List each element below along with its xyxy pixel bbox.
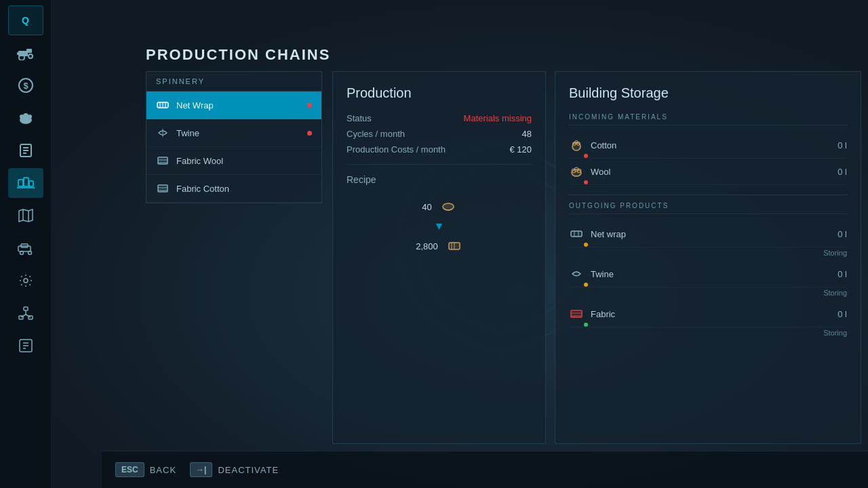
fabric-sub: Storing — [569, 327, 847, 341]
chain-alert-net-wrap — [307, 103, 312, 108]
storage-title: Building Storage — [569, 85, 847, 101]
recipe-input-icon — [440, 199, 456, 215]
svg-text:$: $ — [23, 81, 28, 91]
bottom-bar: ESC BACK →| DEACTIVATE — [102, 451, 868, 488]
chains-panel: SPINNERY Net Wrap Twine Fabric Wool — [146, 71, 322, 203]
cycles-label: Cycles / month — [347, 129, 405, 139]
recipe-title: Recipe — [347, 174, 532, 185]
sidebar-icon-q[interactable]: Q — [8, 5, 43, 35]
svg-marker-19 — [19, 209, 33, 222]
recipe-input: 40 — [422, 199, 456, 215]
sidebar-icon-info[interactable] — [8, 331, 43, 361]
esc-key-badge: ESC — [115, 462, 144, 477]
sidebar-icon-finance[interactable]: $ — [8, 70, 43, 100]
status-value: Materials missing — [464, 113, 532, 123]
chain-label-fabric-wool: Fabric Wool — [176, 156, 312, 166]
svg-rect-15 — [18, 180, 23, 186]
cycles-row: Cycles / month 48 — [347, 129, 532, 139]
costs-row: Production Costs / month € 120 — [347, 144, 532, 155]
svg-rect-4 — [17, 52, 20, 55]
svg-rect-17 — [29, 181, 33, 186]
twine-sub: Storing — [569, 287, 847, 301]
sidebar-icon-map[interactable] — [8, 201, 43, 230]
recipe-area: 40 ▼ 2,800 — [347, 199, 532, 254]
recipe-input-amount: 40 — [422, 202, 431, 212]
net-wrap-icon — [156, 98, 170, 112]
cotton-amount: 0 l — [837, 140, 847, 150]
recipe-output-icon — [446, 238, 462, 254]
twine-icon — [156, 126, 170, 140]
chains-header: SPINNERY — [146, 72, 321, 92]
sidebar-icon-production[interactable] — [8, 168, 43, 198]
svg-point-2 — [28, 54, 33, 58]
storage-fabric-label: Fabric — [591, 309, 831, 319]
sidebar-icon-network[interactable] — [8, 298, 43, 328]
cotton-icon — [569, 138, 584, 152]
svg-point-26 — [24, 279, 28, 283]
wool-icon — [569, 164, 584, 179]
svg-point-59 — [574, 167, 578, 171]
deactivate-label: DEACTIVATE — [218, 465, 279, 475]
sidebar: Q $ — [0, 0, 51, 488]
svg-point-8 — [20, 115, 24, 119]
deactivate-button[interactable]: →| DEACTIVATE — [190, 462, 279, 477]
svg-point-9 — [28, 115, 32, 119]
outgoing-header: OUTGOING PRODUCTS — [569, 202, 847, 214]
chain-alert-twine — [307, 131, 312, 136]
svg-rect-22 — [18, 246, 31, 251]
page-title: PRODUCTION CHAINS — [146, 46, 330, 64]
chain-label-fabric-cotton: Fabric Cotton — [176, 184, 312, 194]
sidebar-icon-animals[interactable] — [8, 103, 43, 133]
chain-item-twine[interactable]: Twine — [146, 119, 321, 147]
sidebar-icon-book[interactable] — [8, 136, 43, 165]
svg-rect-16 — [24, 178, 28, 186]
back-label: BACK — [150, 465, 176, 475]
storage-twine-label: Twine — [591, 269, 831, 279]
sidebar-icon-settings[interactable] — [8, 266, 43, 296]
storage-panel: Building Storage INCOMING MATERIALS Cott… — [555, 71, 861, 444]
sidebar-icon-vehicles[interactable] — [8, 233, 43, 263]
divider-2 — [569, 195, 847, 195]
svg-point-10 — [23, 113, 28, 119]
chain-label-twine: Twine — [176, 128, 300, 138]
storage-fabric-icon — [569, 306, 584, 321]
wool-status-dot — [584, 180, 588, 184]
storage-twine-amount: 0 l — [837, 269, 847, 279]
storage-twine-icon — [569, 266, 584, 281]
storage-item-net-wrap: Net wrap 0 l — [569, 221, 847, 247]
svg-rect-60 — [571, 231, 582, 237]
status-row: Status Materials missing — [347, 113, 532, 123]
svg-rect-3 — [26, 49, 32, 53]
chain-item-fabric-cotton[interactable]: Fabric Cotton — [146, 175, 321, 203]
status-label: Status — [347, 113, 372, 123]
twine-status-dot — [584, 283, 588, 287]
storage-fabric-amount: 0 l — [837, 309, 847, 319]
recipe-output: 2,800 — [416, 238, 462, 254]
chain-item-net-wrap[interactable]: Net Wrap — [146, 92, 321, 119]
storage-net-wrap-label: Net wrap — [591, 229, 831, 239]
svg-rect-27 — [24, 307, 28, 310]
recipe-output-amount: 2,800 — [416, 241, 438, 251]
svg-point-24 — [20, 251, 23, 255]
chain-item-fabric-wool[interactable]: Fabric Wool — [146, 147, 321, 175]
costs-label: Production Costs / month — [347, 144, 446, 155]
q-label: Q — [22, 15, 29, 26]
cycles-value: 48 — [522, 129, 532, 139]
svg-point-25 — [28, 251, 31, 255]
storage-item-twine: Twine 0 l — [569, 261, 847, 287]
recipe-arrow: ▼ — [434, 220, 445, 232]
fabric-wool-icon — [156, 154, 170, 167]
storage-net-wrap-icon — [569, 226, 584, 241]
main-area: PRODUCTION CHAINS SPINNERY Net Wrap Twin… — [51, 0, 868, 488]
fabric-status-dot — [584, 323, 588, 327]
production-title: Production — [347, 85, 532, 101]
storage-item-fabric: Fabric 0 l — [569, 301, 847, 327]
wool-amount: 0 l — [837, 167, 847, 177]
back-button[interactable]: ESC BACK — [115, 462, 176, 477]
wool-label: Wool — [591, 167, 831, 177]
divider-1 — [347, 164, 532, 165]
costs-value: € 120 — [509, 144, 532, 155]
deactivate-key-badge: →| — [190, 462, 212, 477]
sidebar-icon-tractor[interactable] — [8, 38, 43, 68]
storage-net-wrap-amount: 0 l — [837, 229, 847, 239]
